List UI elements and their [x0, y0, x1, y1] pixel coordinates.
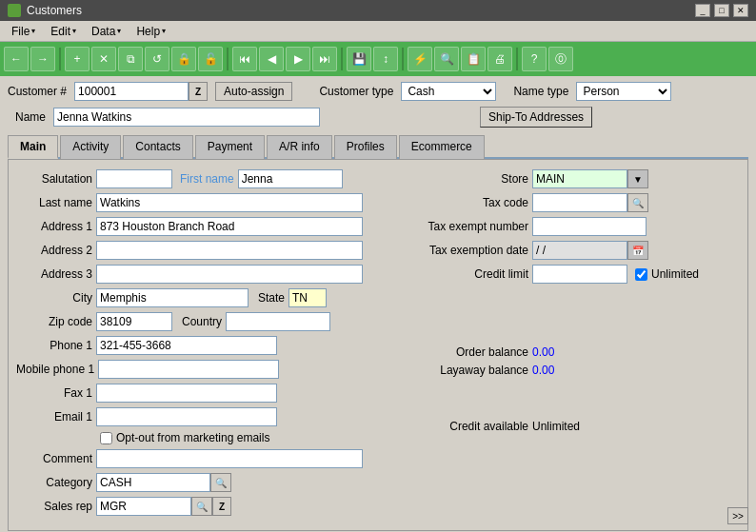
address1-row: Address 1 — [16, 217, 397, 236]
toolbar-info[interactable]: ⓪ — [548, 47, 573, 71]
orderbalance-row: Order balance 0.00 — [414, 345, 740, 359]
taxcode-row: Tax code 🔍 — [414, 193, 740, 212]
toolbar-print[interactable]: 🖨 — [487, 47, 512, 71]
category-input[interactable] — [96, 473, 210, 492]
menu-help[interactable]: Help ▾ — [129, 23, 173, 40]
fax1-input[interactable] — [96, 384, 277, 403]
name-type-select[interactable]: Person Company — [576, 82, 671, 101]
firstname-input[interactable] — [238, 169, 343, 188]
name-input[interactable] — [53, 108, 320, 127]
category-row: Category 🔍 — [16, 473, 397, 492]
store-input[interactable] — [532, 169, 627, 188]
toolbar-search[interactable]: 🔍 — [434, 47, 459, 71]
store-dropdown-button[interactable]: ▼ — [627, 169, 648, 188]
taxexpdate-input[interactable] — [532, 241, 627, 260]
salesrep-z-button[interactable]: Z — [212, 497, 231, 516]
comment-row: Comment — [16, 449, 397, 468]
comment-input[interactable] — [96, 449, 363, 468]
tab-arinfo[interactable]: A/R info — [267, 135, 332, 159]
lastname-row: Last name — [16, 193, 397, 212]
taxexempt-input[interactable] — [532, 217, 647, 236]
taxcode-label: Tax code — [414, 196, 528, 209]
nav-forward-button[interactable]: >> — [727, 507, 748, 524]
toolbar-first[interactable]: ⏮ — [232, 47, 257, 71]
toolbar-delete[interactable]: ✕ — [91, 47, 116, 71]
category-search-button[interactable]: 🔍 — [210, 473, 231, 492]
toolbar-forward[interactable]: → — [30, 47, 55, 71]
customer-type-select[interactable]: Cash Credit COD — [401, 82, 496, 101]
toolbar-sort[interactable]: ↕ — [373, 47, 398, 71]
toolbar-next[interactable]: ▶ — [286, 47, 310, 71]
toolbar-filter[interactable]: ⚡ — [408, 47, 432, 71]
unlimited-checkbox-label: Unlimited — [635, 267, 699, 281]
maximize-button[interactable]: □ — [714, 4, 729, 17]
toolbar-add[interactable]: + — [65, 47, 90, 71]
salutation-input[interactable] — [96, 169, 172, 188]
taxexpdate-calendar-button[interactable]: 📅 — [627, 241, 648, 260]
toolbar: ← → + ✕ ⧉ ↺ 🔒 🔓 ⏮ ◀ ▶ ⏭ 💾 ↕ ⚡ 🔍 📋 🖨 ? ⓪ — [0, 42, 756, 76]
toolbar-prev[interactable]: ◀ — [259, 47, 284, 71]
customer-num-z-button[interactable]: Z — [189, 82, 208, 101]
state-input[interactable] — [288, 288, 327, 307]
toolbar-help[interactable]: ? — [522, 47, 547, 71]
address2-input[interactable] — [96, 241, 363, 260]
mobile-phone1-row: Mobile phone 1 — [16, 360, 397, 379]
taxexempt-row: Tax exempt number — [414, 217, 740, 236]
fax1-row: Fax 1 — [16, 384, 397, 403]
auto-assign-button[interactable]: Auto-assign — [215, 82, 292, 101]
toolbar-clipboard[interactable]: 📋 — [461, 47, 486, 71]
tab-activity[interactable]: Activity — [60, 135, 121, 159]
optout-checkbox[interactable] — [100, 432, 112, 444]
address3-input[interactable] — [96, 265, 363, 284]
lastname-input[interactable] — [96, 193, 363, 212]
menu-file[interactable]: File ▾ — [4, 23, 43, 40]
toolbar-save[interactable]: 💾 — [347, 47, 371, 71]
country-input[interactable] — [226, 312, 330, 331]
spacer — [414, 288, 740, 345]
address1-input[interactable] — [96, 217, 363, 236]
tab-contacts[interactable]: Contacts — [123, 135, 192, 159]
city-input[interactable] — [96, 288, 249, 307]
salutation-row: Salutation First name — [16, 169, 397, 188]
creditlimit-input[interactable] — [532, 265, 627, 284]
category-label: Category — [16, 476, 92, 489]
toolbar-unlock[interactable]: 🔓 — [198, 47, 223, 71]
unlimited-checkbox[interactable] — [635, 268, 647, 281]
layawaybalance-label: Layaway balance — [414, 364, 528, 377]
taxcode-input[interactable] — [532, 193, 627, 212]
toolbar-last[interactable]: ⏭ — [312, 47, 337, 71]
customer-num-input[interactable] — [74, 82, 189, 101]
address2-row: Address 2 — [16, 241, 397, 260]
orderbalance-value: 0.00 — [532, 345, 554, 359]
toolbar-lock[interactable]: 🔒 — [171, 47, 196, 71]
menu-data[interactable]: Data ▾ — [84, 23, 129, 40]
taxcode-search-button[interactable]: 🔍 — [627, 193, 648, 212]
zip-input[interactable] — [96, 312, 172, 331]
taxcode-field: 🔍 — [532, 193, 648, 212]
toolbar-copy[interactable]: ⧉ — [118, 47, 143, 71]
phone1-input[interactable] — [96, 336, 277, 355]
main-content: Customer # Z Auto-assign Customer type C… — [0, 76, 756, 532]
ship-to-area: Ship-To Addresses — [480, 107, 592, 128]
close-button[interactable]: ✕ — [733, 4, 748, 17]
tab-main[interactable]: Main — [8, 135, 58, 159]
toolbar-refresh[interactable]: ↺ — [145, 47, 169, 71]
bottom-right: >> — [727, 507, 748, 524]
email1-input[interactable] — [96, 407, 277, 426]
mobile-phone1-input[interactable] — [98, 360, 279, 379]
customer-type-label: Customer type — [319, 85, 393, 98]
tab-payment[interactable]: Payment — [195, 135, 265, 159]
ship-to-button[interactable]: Ship-To Addresses — [480, 107, 592, 128]
salesrep-search-button[interactable]: 🔍 — [191, 497, 212, 516]
creditavailable-row: Credit available Unlimited — [414, 420, 740, 433]
window-title: Customers — [27, 4, 82, 17]
minimize-button[interactable]: _ — [695, 4, 710, 17]
name-label: Name — [8, 110, 46, 124]
menu-edit[interactable]: Edit ▾ — [43, 23, 84, 40]
state-label: State — [258, 291, 285, 305]
tab-profiles[interactable]: Profiles — [334, 135, 397, 159]
salesrep-input[interactable] — [96, 497, 191, 516]
toolbar-back[interactable]: ← — [4, 47, 29, 71]
tab-ecommerce[interactable]: Ecommerce — [399, 135, 485, 159]
zip-row: Zip code Country — [16, 312, 397, 331]
